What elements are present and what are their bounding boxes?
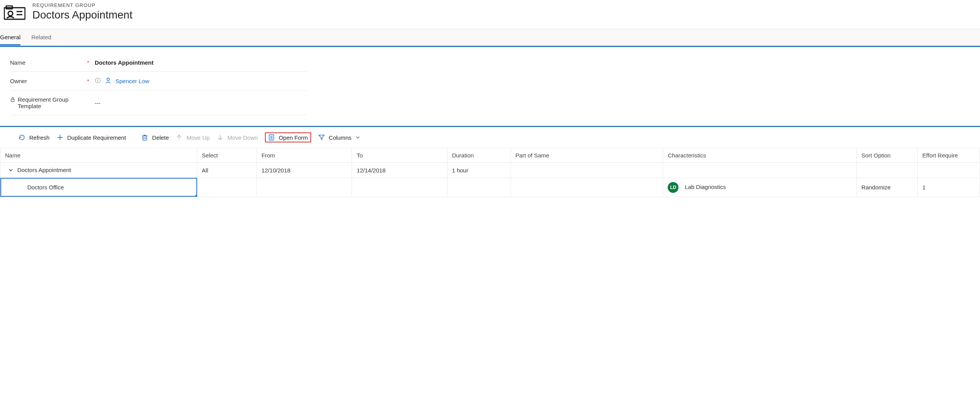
cell-duration[interactable] [447, 178, 511, 197]
duplicate-label: Duplicate Requirement [67, 134, 126, 141]
cell-from[interactable]: 12/10/2018 [257, 163, 352, 178]
cell-effort[interactable] [918, 163, 980, 178]
grid-toolbar: Refresh Duplicate Requirement Delete Mov… [0, 127, 980, 148]
cell-characteristics[interactable]: LD Lab Diagnostics [663, 178, 857, 197]
open-form-button[interactable]: Open Form [265, 132, 311, 142]
cell-sort[interactable] [857, 163, 918, 178]
cell-sort[interactable]: Randomize [857, 178, 918, 197]
svg-point-6 [97, 79, 98, 80]
cell-characteristics[interactable] [663, 163, 857, 178]
form-section: Name * Doctors Appointment Owner * Spenc… [0, 46, 980, 126]
cell-to[interactable] [352, 178, 447, 197]
required-indicator: * [87, 59, 95, 66]
cell-select[interactable]: All [197, 163, 257, 178]
chevron-down-icon [355, 135, 360, 140]
cell-part[interactable] [511, 163, 663, 178]
tab-general[interactable]: General [0, 29, 20, 45]
field-template: Requirement Group Template --- [10, 91, 307, 115]
cell-name[interactable]: Doctors Office [0, 178, 197, 197]
required-indicator: * [87, 78, 95, 84]
name-label: Name [10, 59, 87, 66]
arrow-down-icon [217, 134, 224, 141]
duplicate-button[interactable]: Duplicate Requirement [57, 134, 126, 141]
col-header-duration[interactable]: Duration [447, 148, 511, 163]
field-name[interactable]: Name * Doctors Appointment [10, 54, 307, 72]
template-label: Requirement Group Template [18, 96, 87, 109]
info-icon [95, 77, 101, 85]
tab-related[interactable]: Related [31, 29, 51, 45]
entity-type-label: REQUIREMENT GROUP [32, 2, 132, 8]
refresh-label: Refresh [29, 134, 50, 141]
page-title: Doctors Appointment [32, 9, 132, 21]
trash-icon [141, 134, 148, 141]
move-down-label: Move Down [228, 134, 258, 141]
columns-label: Columns [329, 134, 352, 141]
grid-section: Refresh Duplicate Requirement Delete Mov… [0, 126, 980, 197]
col-header-name[interactable]: Name [0, 148, 197, 163]
grid-header-row: Name Select From To Duration Part of Sam… [0, 148, 980, 163]
refresh-icon [18, 134, 25, 141]
filter-icon [318, 134, 325, 141]
col-header-characteristics[interactable]: Characteristics [663, 148, 857, 163]
name-value[interactable]: Doctors Appointment [95, 59, 154, 66]
table-row[interactable]: Doctors Office LD Lab Diagnostics Random… [0, 178, 980, 197]
owner-label: Owner [10, 78, 87, 84]
cell-part[interactable] [511, 178, 663, 197]
characteristic-value: Lab Diagnostics [685, 184, 726, 190]
tabs-bar: General Related [0, 29, 980, 46]
move-down-button: Move Down [217, 134, 258, 141]
col-header-to[interactable]: To [352, 148, 447, 163]
row-name-value: Doctors Office [5, 184, 64, 191]
cell-effort[interactable]: 1 [918, 178, 980, 197]
delete-button[interactable]: Delete [141, 134, 169, 141]
svg-point-2 [8, 11, 13, 16]
col-header-effort[interactable]: Effort Require [918, 148, 980, 163]
person-icon [105, 77, 112, 85]
cell-duration[interactable]: 1 hour [447, 163, 511, 178]
cell-name[interactable]: Doctors Appointment [0, 163, 197, 178]
owner-value[interactable]: Spencer Low [116, 78, 149, 84]
svg-rect-9 [11, 99, 14, 102]
col-header-select[interactable]: Select [197, 148, 257, 163]
characteristic-badge: LD [668, 182, 678, 193]
chevron-down-icon[interactable] [8, 167, 13, 173]
columns-button[interactable]: Columns [318, 134, 360, 141]
cell-to[interactable]: 12/14/2018 [352, 163, 447, 178]
requirements-grid[interactable]: Name Select From To Duration Part of Sam… [0, 148, 980, 197]
delete-label: Delete [152, 134, 169, 141]
field-owner[interactable]: Owner * Spencer Low [10, 72, 307, 91]
move-up-label: Move Up [186, 134, 209, 141]
row-name-value: Doctors Appointment [17, 167, 71, 173]
arrow-up-icon [176, 134, 183, 141]
plus-icon [57, 134, 64, 141]
lock-icon [10, 97, 15, 104]
svg-point-8 [107, 78, 109, 80]
template-value: --- [95, 100, 101, 106]
page-header: REQUIREMENT GROUP Doctors Appointment [0, 0, 980, 29]
cell-from[interactable] [257, 178, 352, 197]
col-header-sort[interactable]: Sort Option [857, 148, 918, 163]
form-icon [268, 134, 275, 141]
entity-icon [4, 2, 25, 22]
svg-rect-12 [143, 136, 147, 140]
move-up-button: Move Up [176, 134, 209, 141]
open-form-label: Open Form [279, 134, 308, 141]
cell-select[interactable] [197, 178, 257, 197]
svg-rect-7 [97, 80, 98, 82]
col-header-part[interactable]: Part of Same [511, 148, 663, 163]
table-row[interactable]: Doctors Appointment All 12/10/2018 12/14… [0, 163, 980, 178]
col-header-from[interactable]: From [257, 148, 352, 163]
refresh-button[interactable]: Refresh [18, 134, 50, 141]
